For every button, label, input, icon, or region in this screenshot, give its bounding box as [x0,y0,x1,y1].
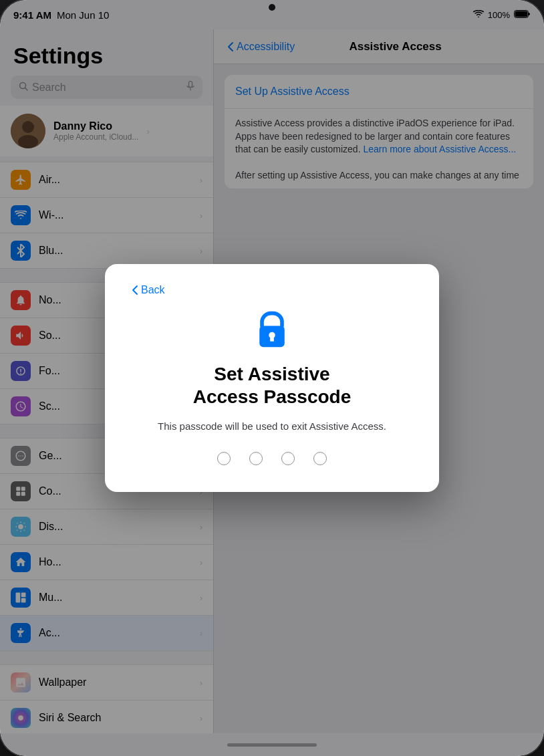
passcode-dot-4 [313,452,327,465]
modal-back-button[interactable]: Back [132,284,412,296]
svg-rect-25 [270,337,274,342]
passcode-modal: Back [105,264,439,491]
ipad-frame: 9:41 AM Mon Jun 10 100% [0,0,544,756]
passcode-dot-3 [281,452,295,465]
modal-overlay: Back [0,0,544,756]
modal-title: Set Assistive Access Passcode [132,363,412,408]
passcode-dot-1 [217,452,231,465]
modal-subtitle: This passcode will be used to exit Assis… [132,419,412,433]
passcode-dots [132,452,412,465]
modal-back-label: Back [141,284,165,296]
ipad-screen: 9:41 AM Mon Jun 10 100% [0,0,544,756]
passcode-dot-2 [249,452,263,465]
lock-icon-container [132,309,412,350]
